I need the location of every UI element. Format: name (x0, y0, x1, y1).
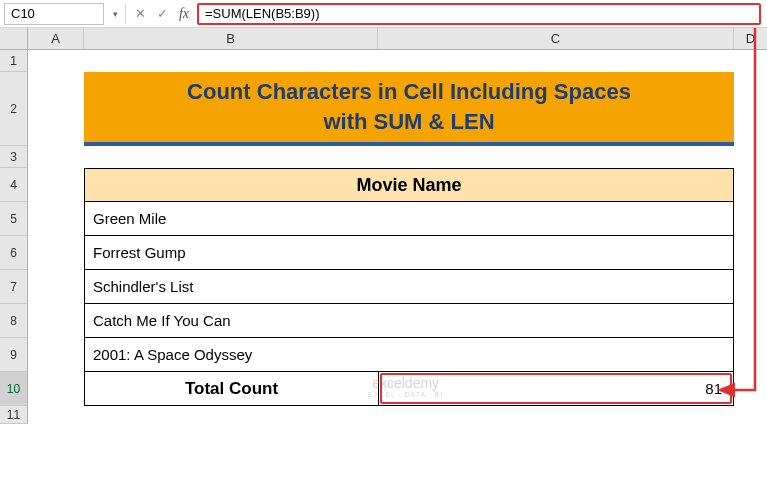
row-header-7[interactable]: 7 (0, 270, 27, 304)
movie-cell: Green Mile (93, 210, 166, 227)
table-header: Movie Name (84, 168, 734, 202)
row-header-11[interactable]: 11 (0, 406, 27, 424)
table-row[interactable]: Schindler's List (84, 270, 734, 304)
table-row[interactable]: 2001: A Space Odyssey (84, 338, 734, 372)
row-header-9[interactable]: 9 (0, 338, 27, 372)
row-header-1[interactable]: 1 (0, 50, 27, 72)
select-all-corner[interactable] (0, 28, 28, 49)
name-box-dropdown-icon[interactable]: ▾ (108, 9, 122, 19)
col-header-b[interactable]: B (84, 28, 378, 49)
total-value: 81 (705, 380, 722, 397)
formula-input[interactable]: =SUM(LEN(B5:B9)) (197, 3, 761, 25)
total-row: Total Count 81 (84, 372, 734, 406)
formula-text: =SUM(LEN(B5:B9)) (205, 6, 320, 21)
row-headers: 1 2 3 4 5 6 7 8 9 10 11 (0, 50, 28, 424)
col-header-a[interactable]: A (28, 28, 84, 49)
row-header-10[interactable]: 10 (0, 372, 27, 406)
formula-bar: C10 ▾ ✕ ✓ fx =SUM(LEN(B5:B9)) (0, 0, 767, 28)
fx-icon[interactable]: fx (173, 3, 195, 25)
row-header-2[interactable]: 2 (0, 72, 27, 146)
row-header-3[interactable]: 3 (0, 146, 27, 168)
total-value-cell[interactable]: 81 (380, 373, 732, 404)
title-banner: Count Characters in Cell Including Space… (84, 72, 734, 146)
table-row[interactable]: Catch Me If You Can (84, 304, 734, 338)
title-line2: with SUM & LEN (323, 107, 494, 137)
grid-body: 1 2 3 4 5 6 7 8 9 10 11 Count Characters… (0, 50, 767, 424)
row-header-8[interactable]: 8 (0, 304, 27, 338)
name-box-value: C10 (11, 6, 35, 21)
table-row[interactable]: Forrest Gump (84, 236, 734, 270)
title-line1: Count Characters in Cell Including Space… (187, 77, 631, 107)
row-header-4[interactable]: 4 (0, 168, 27, 202)
table-header-label: Movie Name (356, 175, 461, 196)
movie-cell: Forrest Gump (93, 244, 186, 261)
cell-area[interactable]: Count Characters in Cell Including Space… (28, 50, 767, 424)
total-label: Total Count (185, 379, 278, 399)
col-header-c[interactable]: C (378, 28, 734, 49)
row-header-6[interactable]: 6 (0, 236, 27, 270)
movie-cell: 2001: A Space Odyssey (93, 346, 252, 363)
column-headers: A B C D (0, 28, 767, 50)
row-header-5[interactable]: 5 (0, 202, 27, 236)
divider (125, 4, 126, 24)
confirm-icon[interactable]: ✓ (151, 3, 173, 25)
movie-cell: Schindler's List (93, 278, 193, 295)
total-label-cell[interactable]: Total Count (85, 372, 379, 405)
name-box[interactable]: C10 (4, 3, 104, 25)
col-header-d[interactable]: D (734, 28, 767, 49)
movie-cell: Catch Me If You Can (93, 312, 231, 329)
cancel-icon[interactable]: ✕ (129, 3, 151, 25)
table-row[interactable]: Green Mile (84, 202, 734, 236)
